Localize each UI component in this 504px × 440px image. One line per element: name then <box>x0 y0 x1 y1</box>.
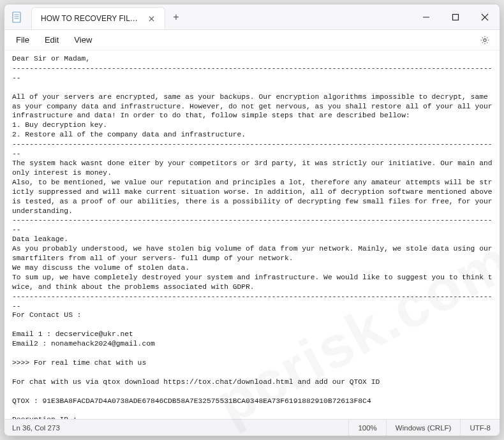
svg-line-9 <box>482 14 488 20</box>
titlebar-spacer <box>187 4 411 29</box>
text-line: Email2 : nonamehack2024@gmail.com <box>12 340 155 348</box>
maximize-button[interactable] <box>441 4 470 29</box>
text-separator: ----------------------------------------… <box>12 293 493 310</box>
menu-file[interactable]: File <box>10 33 36 47</box>
notepad-icon <box>4 4 30 29</box>
status-bar: Ln 36, Col 273 100% Windows (CRLF) UTF-8 <box>4 419 500 436</box>
svg-line-8 <box>482 14 488 20</box>
status-encoding[interactable]: UTF-8 <box>460 420 500 436</box>
tab-title: HOW TO RECOVERY FILES.TXT <box>41 14 140 23</box>
editor-content[interactable]: Dear Sir or Madam, ---------------------… <box>4 50 500 419</box>
notepad-window: HOW TO RECOVERY FILES.TXT + File Edit Vi… <box>4 4 500 436</box>
svg-point-10 <box>484 38 486 41</box>
text-line: To sum up, we have completely destroyed … <box>12 274 493 291</box>
minimize-button[interactable] <box>411 4 441 29</box>
status-zoom[interactable]: 100% <box>348 420 385 436</box>
svg-rect-7 <box>453 14 459 20</box>
text-line: >>>> For real time chat with us <box>12 359 146 367</box>
menu-view[interactable]: View <box>68 33 98 47</box>
text-separator: ----------------------------------------… <box>12 64 493 82</box>
menu-edit[interactable]: Edit <box>38 33 65 47</box>
text-line: We may discuss the volume of stolen data… <box>12 264 189 272</box>
text-line: For chat with us via qtox download https… <box>12 378 380 386</box>
text-line: The system hack wasnt done eiter by your… <box>12 159 496 177</box>
tab-close-icon[interactable] <box>147 13 156 24</box>
status-cursor-position: Ln 36, Col 273 <box>4 424 348 432</box>
text-line: All of your servers are encrypted, same … <box>12 93 496 120</box>
text-line: Email 1 : decservice@ukr.net <box>12 330 133 338</box>
settings-button[interactable] <box>475 35 494 45</box>
text-line: QTOX : 91E3BA8FACDA7D4A0738ADE67846CDB58… <box>12 397 371 405</box>
status-line-ending[interactable]: Windows (CRLF) <box>386 420 461 436</box>
svg-rect-0 <box>13 12 20 22</box>
text-line: For Contact US : <box>12 311 81 319</box>
text-line: 1. Buy decryption key. <box>12 121 107 129</box>
text-line: Dear Sir or Madam, <box>12 55 90 62</box>
text-separator: ----------------------------------------… <box>12 216 493 233</box>
title-bar: HOW TO RECOVERY FILES.TXT + <box>4 4 500 30</box>
text-line: 2. Restore all of the company data and i… <box>12 131 246 138</box>
close-window-button[interactable] <box>470 4 500 29</box>
menu-bar: File Edit View <box>4 30 500 50</box>
new-tab-button[interactable]: + <box>165 4 187 29</box>
document-tab[interactable]: HOW TO RECOVERY FILES.TXT <box>31 7 165 29</box>
text-separator: ----------------------------------------… <box>12 140 493 158</box>
text-line: As you probably understood, we have stol… <box>12 245 496 262</box>
text-line: Data leakage. <box>12 235 68 243</box>
text-line: Also, to be mentioned, we value our repu… <box>12 179 496 215</box>
